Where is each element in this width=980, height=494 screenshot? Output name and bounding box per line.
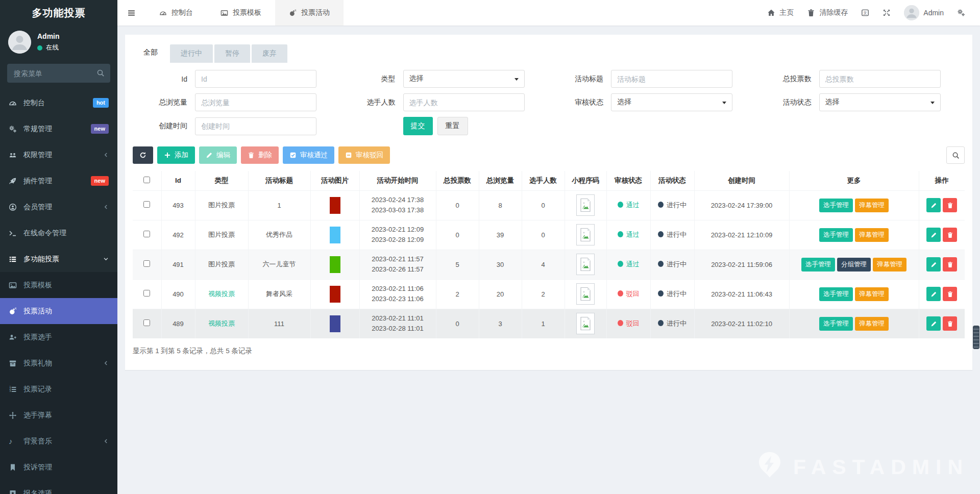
sidebar-item-dashboard[interactable]: 控制台hot xyxy=(0,90,117,116)
row-delete-button[interactable] xyxy=(943,228,957,242)
clear-cache-link[interactable]: 清除缓存 xyxy=(800,0,854,26)
sidebar-item-auth[interactable]: 权限管理 xyxy=(0,142,117,168)
sidebar-toggle-button[interactable] xyxy=(117,0,145,26)
filter-input-总投票数[interactable] xyxy=(819,70,941,88)
more-button-选手管理[interactable]: 选手管理 xyxy=(801,258,835,271)
column-header[interactable]: 活动状态 xyxy=(650,171,694,190)
sidebar-item-complaint[interactable]: 投诉管理 xyxy=(0,454,117,480)
row-delete-button[interactable] xyxy=(943,198,957,212)
row-delete-button[interactable] xyxy=(943,316,957,331)
activity-image[interactable] xyxy=(330,256,340,273)
column-header[interactable]: 创建时间 xyxy=(694,171,789,190)
row-delete-button[interactable] xyxy=(943,287,957,301)
column-header[interactable]: 选手人数 xyxy=(522,171,565,190)
audit-reject-button[interactable]: 审核驳回 xyxy=(338,146,390,164)
column-header[interactable]: 总投票数 xyxy=(436,171,479,190)
type-link[interactable]: 视频投票 xyxy=(208,290,235,298)
row-checkbox[interactable] xyxy=(143,319,150,326)
more-button-弹幕管理[interactable]: 弹幕管理 xyxy=(873,258,906,271)
brand-title[interactable]: 多功能投票 xyxy=(0,0,117,26)
more-button-选手管理[interactable]: 选手管理 xyxy=(819,287,853,301)
sidebar-item-addon[interactable]: 插件管理new xyxy=(0,168,117,194)
column-header[interactable]: 活动标题 xyxy=(248,171,310,190)
audit-pass-button[interactable]: 审核通过 xyxy=(283,146,334,164)
mini-program-code-image[interactable] xyxy=(576,313,595,334)
filter-select-活动状态[interactable]: 选择 xyxy=(819,93,941,111)
status-tab-1[interactable]: 进行中 xyxy=(170,44,213,63)
row-delete-button[interactable] xyxy=(943,257,957,271)
sidebar-item-vote-record[interactable]: 123投票记录 xyxy=(0,376,117,402)
delete-button[interactable]: 删除 xyxy=(241,146,279,164)
menu-search-input[interactable] xyxy=(7,64,110,83)
column-header[interactable]: 类型 xyxy=(195,171,248,190)
filter-input-活动标题[interactable] xyxy=(611,70,732,88)
row-edit-button[interactable] xyxy=(926,316,941,331)
column-header[interactable]: 更多 xyxy=(789,171,919,190)
filter-input-Id[interactable] xyxy=(195,70,316,88)
filter-input-总浏览量[interactable] xyxy=(195,93,316,111)
search-toggle-button[interactable] xyxy=(946,146,965,164)
more-button-选手管理[interactable]: 选手管理 xyxy=(819,317,853,331)
mini-program-code-image[interactable] xyxy=(576,194,595,216)
topnav-tab-dashboard[interactable]: 控制台 xyxy=(145,0,207,26)
settings-button[interactable] xyxy=(950,0,972,26)
sidebar-item-general[interactable]: 常规管理new xyxy=(0,116,117,142)
mini-program-code-image[interactable] xyxy=(576,283,595,305)
column-header[interactable]: 审核状态 xyxy=(606,171,650,190)
activity-image[interactable] xyxy=(330,286,340,303)
row-checkbox[interactable] xyxy=(143,290,150,297)
status-tab-3[interactable]: 废弃 xyxy=(252,44,287,63)
row-checkbox[interactable] xyxy=(143,260,150,267)
row-edit-button[interactable] xyxy=(926,228,941,242)
language-button[interactable]: 文 xyxy=(854,0,876,26)
floating-scrollbar[interactable] xyxy=(973,326,979,349)
more-button-弹幕管理[interactable]: 弹幕管理 xyxy=(855,287,889,301)
filter-input-选手人数[interactable] xyxy=(403,93,525,111)
column-header[interactable]: 活动开始时间 xyxy=(359,171,436,190)
mini-program-code-image[interactable] xyxy=(576,224,595,245)
activity-image[interactable] xyxy=(330,315,340,332)
row-edit-button[interactable] xyxy=(926,257,941,271)
type-link[interactable]: 视频投票 xyxy=(208,319,235,327)
refresh-button[interactable] xyxy=(133,146,153,164)
sidebar-item-vote-activity[interactable]: 投票活动 xyxy=(0,298,117,324)
filter-input-创建时间[interactable] xyxy=(195,117,316,135)
mini-program-code-image[interactable] xyxy=(576,254,595,275)
column-header[interactable]: Id xyxy=(161,171,195,190)
edit-button[interactable]: 编辑 xyxy=(199,146,237,164)
column-header[interactable]: 小程序码 xyxy=(565,171,606,190)
sidebar-item-multi-vote[interactable]: 多功能投票 xyxy=(0,246,117,272)
column-header[interactable]: 操作 xyxy=(919,171,965,190)
row-checkbox[interactable] xyxy=(143,201,150,208)
reset-button[interactable]: 重置 xyxy=(437,117,468,135)
more-button-分组管理[interactable]: 分组管理 xyxy=(837,258,871,271)
column-header[interactable]: 总浏览量 xyxy=(479,171,522,190)
row-edit-button[interactable] xyxy=(926,198,941,212)
sidebar-item-vote-template[interactable]: 投票模板 xyxy=(0,272,117,298)
sidebar-item-vote-player[interactable]: 投票选手 xyxy=(0,324,117,350)
more-button-弹幕管理[interactable]: 弹幕管理 xyxy=(855,317,889,331)
submit-button[interactable]: 提交 xyxy=(403,117,433,135)
sidebar-item-member[interactable]: 会员管理 xyxy=(0,194,117,220)
filter-select-审核状态[interactable]: 选择 xyxy=(611,93,732,111)
topnav-tab-vote-template[interactable]: 投票模板 xyxy=(207,0,275,26)
row-checkbox[interactable] xyxy=(143,231,150,237)
more-button-选手管理[interactable]: 选手管理 xyxy=(819,199,853,212)
home-link[interactable]: 主页 xyxy=(761,0,800,26)
filter-select-类型[interactable]: 选择 xyxy=(403,70,525,88)
sidebar-item-player-danmu[interactable]: 选手弹幕 xyxy=(0,402,117,428)
sidebar-item-vote-gift[interactable]: 投票礼物 xyxy=(0,350,117,376)
column-header[interactable]: 活动图片 xyxy=(310,171,359,190)
more-button-弹幕管理[interactable]: 弹幕管理 xyxy=(855,228,889,242)
add-button[interactable]: 添加 xyxy=(157,146,195,164)
sidebar-item-bg-music[interactable]: ♪背景音乐 xyxy=(0,428,117,454)
activity-image[interactable] xyxy=(330,197,340,214)
row-edit-button[interactable] xyxy=(926,287,941,301)
more-button-选手管理[interactable]: 选手管理 xyxy=(819,228,853,242)
more-button-弹幕管理[interactable]: 弹幕管理 xyxy=(855,199,889,212)
search-icon[interactable] xyxy=(96,69,105,77)
fullscreen-button[interactable] xyxy=(876,0,897,26)
status-tab-2[interactable]: 暂停 xyxy=(214,44,250,63)
topnav-tab-vote-activity[interactable]: 投票活动 xyxy=(275,0,344,26)
user-menu[interactable]: Admin xyxy=(897,0,950,26)
